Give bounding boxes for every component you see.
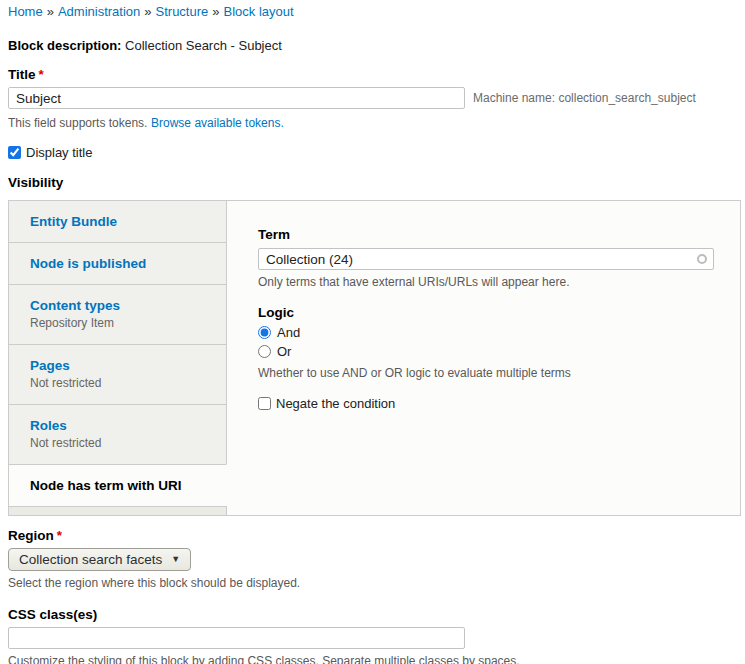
tab-label: Pages — [30, 357, 216, 374]
region-label: Region* — [8, 528, 741, 543]
title-label: Title* — [8, 67, 741, 82]
tab-label: Node has term with URI — [30, 477, 216, 494]
tokens-help-text: This field supports tokens. — [8, 116, 147, 130]
block-description-value: Collection Search - Subject — [125, 38, 282, 53]
logic-and-radio[interactable] — [258, 326, 271, 339]
breadcrumb-link-block-layout[interactable]: Block layout — [224, 4, 294, 19]
tab-summary: Not restricted — [30, 435, 216, 452]
tab-label: Roles — [30, 417, 216, 434]
vertical-tabs-menu: Entity Bundle Node is published Content … — [8, 200, 227, 516]
term-autocomplete-input[interactable] — [258, 248, 714, 270]
tab-label: Content types — [30, 297, 216, 314]
block-description-label: Block description: — [8, 38, 121, 53]
tab-node-has-term-with-uri[interactable]: Node has term with URI — [8, 464, 227, 506]
negate-condition-label[interactable]: Negate the condition — [276, 396, 395, 411]
region-field-group: Region* Collection search facets ▼ Selec… — [8, 528, 741, 590]
required-marker: * — [57, 528, 62, 543]
tab-content-types[interactable]: Content types Repository Item — [8, 284, 227, 344]
tab-label: Entity Bundle — [30, 213, 216, 230]
required-marker: * — [39, 67, 44, 82]
negate-condition-checkbox[interactable] — [258, 397, 271, 410]
breadcrumb: Home»Administration»Structure»Block layo… — [8, 4, 741, 19]
block-description: Block description: Collection Search - S… — [8, 38, 741, 53]
negate-condition-group: Negate the condition — [258, 396, 714, 411]
tab-summary: Repository Item — [30, 315, 216, 332]
logic-and-label[interactable]: And — [277, 325, 300, 340]
breadcrumb-link-structure[interactable]: Structure — [156, 4, 209, 19]
logic-help-text: Whether to use AND or OR logic to evalua… — [258, 366, 714, 380]
title-label-text: Title — [8, 67, 36, 82]
term-label: Term — [258, 227, 714, 242]
display-title-label[interactable]: Display title — [26, 145, 92, 160]
tab-label: Node is published — [30, 255, 216, 272]
logic-or-label[interactable]: Or — [277, 344, 291, 359]
logic-label: Logic — [258, 305, 714, 320]
node-has-term-pane: Term Only terms that have external URIs/… — [226, 200, 741, 516]
region-label-text: Region — [8, 528, 54, 543]
region-help-text: Select the region where this block shoul… — [8, 576, 741, 590]
css-classes-field-group: CSS class(es) Customize the styling of t… — [8, 607, 741, 664]
tab-node-is-published[interactable]: Node is published — [8, 242, 227, 284]
term-field-group: Term Only terms that have external URIs/… — [258, 227, 714, 289]
region-selected-value: Collection search facets — [19, 552, 162, 567]
visibility-heading: Visibility — [8, 175, 741, 190]
breadcrumb-link-administration[interactable]: Administration — [58, 4, 140, 19]
tab-entity-bundle[interactable]: Entity Bundle — [8, 200, 227, 242]
machine-name: Machine name: collection_search_subject — [473, 91, 696, 105]
machine-name-label: Machine name: — [473, 91, 555, 105]
tab-summary: Not restricted — [30, 375, 216, 392]
css-classes-label: CSS class(es) — [8, 607, 741, 622]
breadcrumb-separator: » — [47, 4, 54, 19]
css-classes-help-text: Customize the styling of this block by a… — [8, 654, 741, 664]
chevron-down-icon: ▼ — [171, 554, 180, 564]
browse-tokens-link[interactable]: Browse available tokens. — [151, 116, 284, 130]
term-help-text: Only terms that have external URIs/URLs … — [258, 275, 714, 289]
machine-name-value: collection_search_subject — [558, 91, 695, 105]
logic-or-radio[interactable] — [258, 345, 271, 358]
tab-pages[interactable]: Pages Not restricted — [8, 344, 227, 404]
tab-roles[interactable]: Roles Not restricted — [8, 404, 227, 464]
breadcrumb-separator: » — [212, 4, 219, 19]
title-input[interactable] — [8, 87, 465, 109]
display-title-group: Display title — [8, 145, 741, 160]
css-classes-input[interactable] — [8, 627, 465, 649]
logic-field-group: Logic And Or Whether to use AND or OR lo… — [258, 305, 714, 380]
breadcrumb-link-home[interactable]: Home — [8, 4, 43, 19]
region-select[interactable]: Collection search facets ▼ — [8, 548, 191, 571]
display-title-checkbox[interactable] — [8, 146, 21, 159]
title-field-group: Title* Machine name: collection_search_s… — [8, 67, 741, 130]
tab-clipped-next[interactable] — [8, 506, 227, 516]
visibility-vertical-tabs: Entity Bundle Node is published Content … — [8, 200, 741, 516]
autocomplete-status-icon — [697, 254, 707, 264]
breadcrumb-separator: » — [144, 4, 151, 19]
